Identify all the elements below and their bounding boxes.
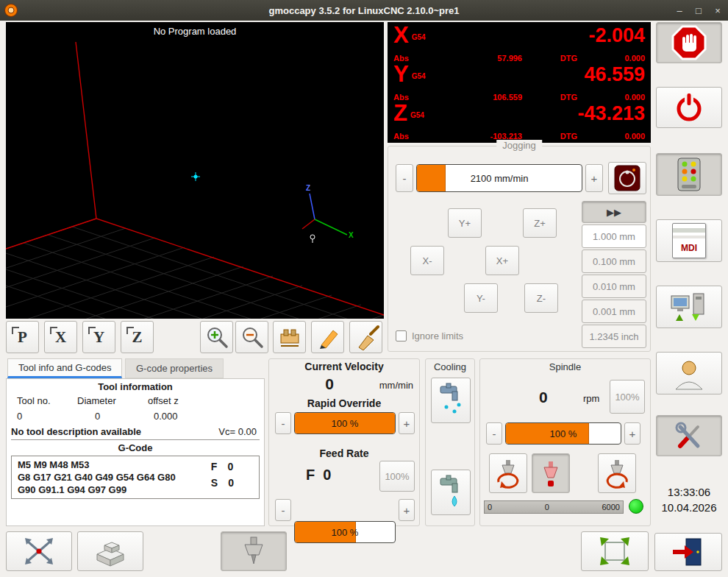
maximize-icon[interactable]: □: [693, 5, 704, 16]
feed-reset-button[interactable]: 100%: [379, 461, 415, 492]
current-velocity-title: Current Velocity: [269, 361, 419, 372]
f-label: F: [211, 459, 218, 475]
spindle-ccw-button[interactable]: [489, 453, 527, 493]
estop-button[interactable]: [656, 22, 722, 63]
ignore-limits-label: Ignore limits: [412, 330, 463, 341]
rapid-override-title: Rapid Override: [269, 397, 419, 409]
s-label: S: [211, 475, 218, 491]
fullscreen-button[interactable]: [581, 531, 649, 571]
col-tool-no: Tool no.: [17, 395, 77, 406]
mdi-mode-button[interactable]: MDI: [656, 219, 722, 262]
current-velocity-value: 0: [269, 375, 390, 393]
ignore-limits-checkbox[interactable]: [396, 330, 407, 341]
spindle-override-slider[interactable]: 100 %: [505, 422, 621, 445]
vc-value: Vc= 0.00: [218, 426, 260, 437]
zoom-out-icon: [239, 324, 265, 350]
user-tab-button[interactable]: [656, 352, 722, 394]
increment-01mm-button[interactable]: 0.100 mm: [582, 249, 646, 273]
feed-display: F 0: [306, 467, 331, 484]
spindle-cw-button[interactable]: [598, 453, 636, 493]
window-title: gmoccapy 3.5.2 for LinuxCNC 2.10.0~pre1: [0, 5, 728, 16]
val-offset-z: 0.000: [148, 411, 215, 422]
spindle-plus-button[interactable]: +: [624, 422, 640, 445]
mist-icon: [436, 382, 465, 419]
cooling-title: Cooling: [426, 361, 474, 372]
rapid-minus-button[interactable]: -: [275, 412, 291, 434]
mist-coolant-button[interactable]: [431, 378, 471, 423]
jog-continuous-button[interactable]: ▶▶: [582, 201, 646, 223]
minimize-icon[interactable]: –: [674, 5, 685, 16]
clear-preview-button[interactable]: [349, 321, 382, 353]
jog-x-minus-button[interactable]: X-: [410, 246, 444, 275]
zoom-out-button[interactable]: [235, 321, 268, 353]
increment-1mm-button[interactable]: 1.000 mm: [582, 224, 646, 248]
triad-z-label: Z: [306, 184, 310, 192]
spindle-reset-button[interactable]: 100%: [610, 380, 645, 414]
machine-limits: [6, 42, 384, 316]
settings-button[interactable]: [656, 415, 722, 456]
spindle-at-speed-led: [629, 499, 643, 514]
dro-axis-x[interactable]: X G54 -2.004 Abs 57.996 DTG 0.000: [393, 24, 645, 63]
increment-001mm-button[interactable]: 0.010 mm: [582, 275, 646, 298]
jog-speed-minus-button[interactable]: -: [396, 164, 413, 192]
jog-z-plus-button[interactable]: Z+: [523, 208, 557, 238]
edit-program-button[interactable]: [311, 321, 344, 353]
view-z-button[interactable]: Z: [121, 321, 154, 353]
jog-y-minus-button[interactable]: Y-: [464, 283, 498, 313]
triad-x-label: X: [349, 231, 354, 239]
feed-plus-button[interactable]: +: [399, 499, 415, 521]
spindle-title: Spindle: [480, 361, 650, 372]
zoom-in-button[interactable]: [200, 321, 233, 353]
machine-on-button[interactable]: [656, 87, 722, 128]
tab-gcode-properties[interactable]: G-code properties: [125, 358, 224, 378]
jog-z-minus-button[interactable]: Z-: [524, 283, 558, 313]
jog-x-plus-button[interactable]: X+: [485, 246, 519, 275]
rapid-plus-button[interactable]: +: [399, 412, 415, 434]
feed-rate-slider[interactable]: 100 %: [294, 521, 396, 543]
manual-mode-button[interactable]: [656, 153, 722, 196]
jog-y-plus-button[interactable]: Y+: [448, 208, 482, 238]
axis-triad: [302, 194, 347, 243]
jog-speed-plus-button[interactable]: +: [585, 164, 603, 192]
view-corner-mark: [12, 327, 19, 334]
rapid-override-slider[interactable]: 100 %: [294, 412, 396, 434]
flood-coolant-button[interactable]: [431, 470, 471, 515]
increment-0001mm-button[interactable]: 0.001 mm: [582, 300, 646, 323]
mdi-page-icon: MDI: [672, 223, 706, 258]
view-p-button[interactable]: P: [6, 321, 39, 353]
spindle-minus-button[interactable]: -: [486, 422, 502, 445]
info-notebook: Tool info and G-codes G-code properties …: [6, 358, 265, 526]
spindle-panel: Spindle 0 rpm 100% - 100 % + 0: [479, 358, 651, 526]
dro-axis-z[interactable]: Z G54 -43.213 Abs -103.213 DTG 0.000: [393, 102, 645, 141]
dro-axis-y[interactable]: Y G54 46.559 Abs 106.559 DTG 0.000: [393, 63, 645, 102]
fast-forward-icon: ▶▶: [607, 207, 621, 218]
jog-pendant-button[interactable]: [608, 162, 646, 194]
view-y-button[interactable]: Y: [82, 321, 115, 353]
auto-mode-button[interactable]: [656, 286, 722, 328]
col-offset-z: offset z: [148, 395, 215, 406]
exit-button[interactable]: [654, 533, 722, 571]
pencil-icon: [315, 324, 341, 350]
tab-tool-info[interactable]: Tool info and G-codes: [7, 358, 122, 378]
bar-value: 0: [545, 503, 549, 511]
increment-inch-button[interactable]: 1.2345 inch: [582, 325, 646, 348]
view-x-button[interactable]: X: [44, 321, 77, 353]
tool-measure-button[interactable]: [221, 531, 287, 571]
gremlin-preview[interactable]: No Program loaded Z X: [6, 22, 384, 319]
spindle-stop-button[interactable]: [532, 453, 570, 493]
tool-path-clear-button[interactable]: [273, 321, 306, 353]
close-icon[interactable]: ×: [712, 5, 724, 16]
preview-scene: [6, 22, 384, 319]
toolholder-icon: [238, 534, 270, 568]
spindle-cw-icon: [602, 457, 632, 489]
spindle-load-bar: 0 0 6000: [484, 500, 624, 514]
dro-panel[interactable]: X G54 -2.004 Abs 57.996 DTG 0.000 Y G54 …: [388, 22, 651, 143]
gcode-box: M5 M9 M48 M53 G8 G17 G21 G40 G49 G54 G64…: [11, 456, 260, 499]
touch-off-button[interactable]: [6, 531, 72, 571]
feed-rate-title: Feed Rate: [269, 447, 419, 459]
velocity-unit: mm/min: [379, 380, 413, 391]
machine-icon: [670, 290, 708, 324]
jog-speed-slider[interactable]: 2100 mm/min: [416, 164, 582, 192]
feed-minus-button[interactable]: -: [275, 499, 291, 521]
block-height-button[interactable]: [77, 531, 143, 571]
